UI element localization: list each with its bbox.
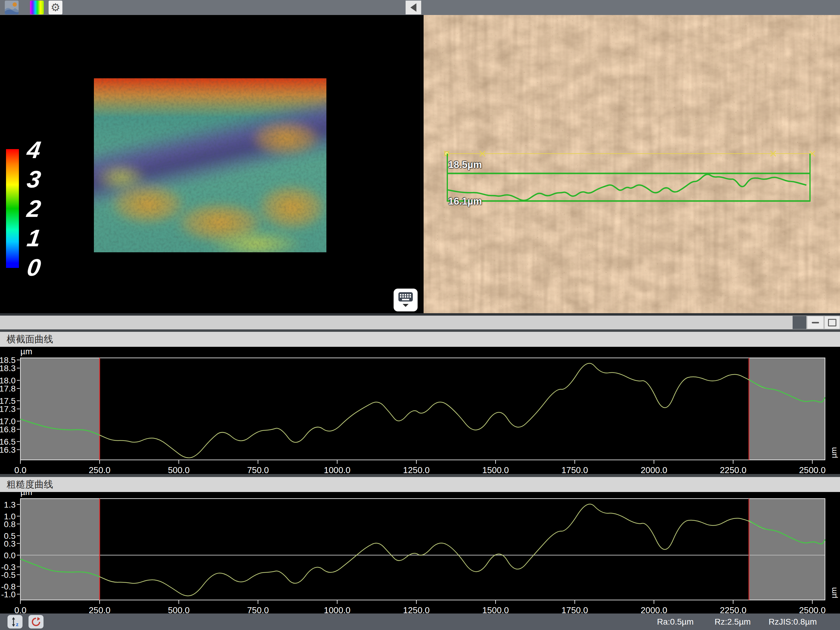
microscope-image-panel[interactable]: 18.5µm 16.1µm	[423, 15, 840, 314]
svg-text:1750.0: 1750.0	[561, 465, 588, 474]
keyboard-icon	[398, 292, 413, 308]
svg-text:z: z	[16, 622, 19, 627]
separator	[0, 313, 840, 316]
svg-text:16.8: 16.8	[0, 425, 16, 434]
ra-value: Ra:0.5µm	[657, 614, 693, 630]
color-scale-gradient	[6, 149, 19, 268]
chart2-title-bar: 粗糙度曲线	[0, 477, 840, 492]
cross-section-chart[interactable]: 18.518.318.017.817.517.317.016.816.516.3…	[0, 347, 840, 474]
svg-text:-1.0: -1.0	[1, 590, 16, 599]
svg-text:17.3: 17.3	[0, 404, 16, 414]
svg-text:750.0: 750.0	[247, 605, 269, 614]
roughness-chart[interactable]: 1.31.00.80.50.30.0-0.3-0.5-0.8-1.00.0250…	[0, 492, 840, 614]
color-scale-label: 3	[18, 165, 49, 194]
cross-section-chart-svg: 18.518.318.017.817.517.317.016.816.516.3…	[0, 347, 840, 474]
svg-text:1000.0: 1000.0	[324, 605, 351, 614]
svg-text:µm: µm	[829, 587, 838, 598]
svg-text:1500.0: 1500.0	[482, 465, 509, 474]
z-scale-button[interactable]: z	[8, 615, 22, 628]
svg-text:1250.0: 1250.0	[403, 605, 430, 614]
svg-text:1000.0: 1000.0	[324, 465, 351, 474]
svg-text:17.8: 17.8	[0, 384, 16, 393]
chart1-title-bar: 横截面曲线	[0, 332, 840, 347]
svg-text:2250.0: 2250.0	[720, 605, 747, 614]
rz-value: Rz:2.5µm	[715, 614, 751, 630]
svg-text:2500.0: 2500.0	[799, 465, 826, 474]
svg-text:18.3: 18.3	[0, 363, 16, 373]
svg-text:250.0: 250.0	[89, 465, 111, 474]
svg-text:µm: µm	[21, 492, 32, 497]
svg-text:2250.0: 2250.0	[720, 465, 747, 474]
maximize-icon	[828, 319, 837, 327]
svg-text:500.0: 500.0	[168, 605, 190, 614]
reset-rotation-button[interactable]	[28, 615, 44, 628]
svg-text:250.0: 250.0	[89, 605, 111, 614]
minimize-icon	[812, 322, 819, 324]
svg-text:µm: µm	[829, 447, 838, 458]
svg-text:1750.0: 1750.0	[561, 605, 588, 614]
panel-divider	[420, 15, 423, 313]
svg-text:0.0: 0.0	[14, 465, 27, 474]
app-root: ⚙	[0, 0, 840, 630]
svg-text:0.8: 0.8	[4, 519, 16, 529]
refresh-icon	[31, 617, 41, 627]
chart1-title: 横截面曲线	[6, 333, 53, 346]
image-thumbnail-glyph	[5, 1, 19, 14]
svg-text:1.3: 1.3	[4, 500, 16, 509]
chart-window-bar	[0, 316, 840, 329]
svg-text:1500.0: 1500.0	[482, 605, 509, 614]
svg-text:µm: µm	[21, 347, 32, 356]
color-scale-label: 2	[18, 194, 49, 223]
status-bar: z Ra:0.5µm Rz:2.5µm RzJIS:0.8µm	[0, 614, 840, 630]
svg-text:2000.0: 2000.0	[641, 605, 667, 614]
microscope-image	[423, 15, 840, 314]
lower-height-label: 16.1µm	[448, 196, 482, 207]
image-thumbnail-icon[interactable]	[5, 1, 19, 14]
svg-text:16.3: 16.3	[0, 445, 16, 455]
minimize-button[interactable]	[807, 316, 824, 329]
collapse-panel-button[interactable]	[406, 1, 421, 14]
colormap-icon[interactable]	[30, 1, 44, 14]
svg-text:0.0: 0.0	[4, 551, 16, 560]
top-toolbar: ⚙	[0, 0, 840, 15]
svg-text:-0.5: -0.5	[1, 570, 16, 579]
svg-text:1250.0: 1250.0	[403, 465, 430, 474]
separator	[0, 329, 840, 332]
svg-text:2500.0: 2500.0	[799, 605, 826, 614]
svg-text:500.0: 500.0	[168, 465, 190, 474]
settings-gear-icon[interactable]: ⚙	[49, 1, 62, 14]
upper-height-label: 18.5µm	[448, 159, 482, 171]
color-scale-label: 0	[18, 253, 49, 282]
svg-text:2000.0: 2000.0	[641, 465, 667, 474]
chart2-title: 粗糙度曲线	[6, 478, 53, 491]
color-scale-label: 4	[18, 136, 49, 164]
height-map-panel[interactable]: 4 3 2 1 0	[0, 15, 420, 313]
maximize-button[interactable]	[824, 316, 840, 329]
z-range-arrows-icon: z	[10, 617, 20, 627]
keyboard-button[interactable]	[393, 289, 418, 311]
left-triangle-icon	[411, 3, 417, 12]
color-scale-label: 1	[18, 224, 49, 253]
svg-text:0.3: 0.3	[4, 539, 16, 548]
svg-text:750.0: 750.0	[247, 465, 269, 474]
panel-divider-notch	[793, 316, 807, 329]
roughness-chart-svg: 1.31.00.80.50.30.0-0.3-0.5-0.8-1.00.0250…	[0, 492, 840, 614]
svg-text:0.0: 0.0	[14, 605, 27, 614]
surface-3d-view[interactable]	[94, 78, 327, 252]
rzjis-value: RzJIS:0.8µm	[769, 614, 817, 630]
separator	[0, 474, 840, 477]
